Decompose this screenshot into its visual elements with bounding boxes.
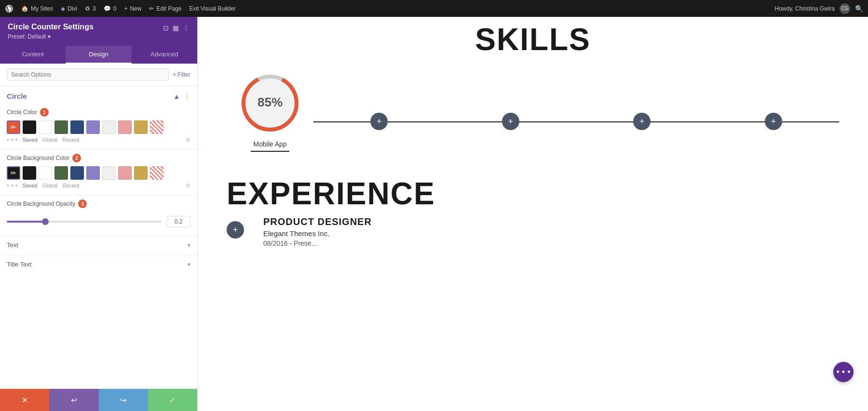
comments-zero-menu[interactable]: 💬 0	[104, 5, 117, 12]
dark-blue-swatch[interactable]	[70, 120, 84, 134]
global-label[interactable]: Global	[42, 137, 58, 143]
preset-chevron-icon: ▾	[48, 33, 51, 40]
light-pink-bg-swatch[interactable]	[118, 166, 132, 180]
circle-bg-color-badge: 2	[72, 154, 81, 162]
exit-builder-menu[interactable]: Exit Visual Builder	[189, 5, 236, 12]
add-column-1-button[interactable]: +	[370, 113, 388, 130]
comments-count: 3	[93, 5, 96, 12]
gold-bg-swatch[interactable]	[134, 166, 148, 180]
white-bg-swatch[interactable]	[39, 166, 52, 180]
panel-header: Circle Counter Settings ⊡ ▦ ⋮ Preset: De…	[0, 17, 197, 46]
comment-icon: 💬	[104, 5, 111, 12]
collapse-circle-button[interactable]: ▲	[173, 93, 180, 100]
panel-preset[interactable]: Preset: Default ▾	[8, 33, 190, 40]
gold-swatch[interactable]	[134, 120, 148, 134]
dark-green-bg-swatch[interactable]	[54, 166, 68, 180]
cancel-button[interactable]: ✕	[0, 389, 49, 411]
gear-icon[interactable]: ⚙	[186, 137, 190, 143]
circle-section-controls: ▲ ⋮	[173, 93, 190, 100]
add-column-3-button[interactable]: +	[633, 113, 651, 130]
add-row-button[interactable]: +	[227, 221, 244, 239]
light-gray-bg-swatch[interactable]	[102, 166, 116, 180]
experience-item: PRODUCT DESIGNER Elegant Themes Inc. 08/…	[263, 216, 839, 247]
circle-color-label: Circle Color 1	[7, 108, 190, 117]
edit-page-menu[interactable]: ✏ Edit Page	[149, 5, 181, 12]
light-gray-swatch[interactable]	[102, 120, 116, 134]
title-text-section-title: Title Text	[7, 261, 31, 268]
active-bg-color-swatch[interactable]: ✏	[7, 166, 20, 180]
add-column-2: +	[445, 89, 577, 135]
black-swatch[interactable]	[23, 120, 36, 134]
preset-label: Preset: Default	[8, 33, 46, 40]
counter-row: 85% Mobile App + +	[227, 67, 839, 161]
opacity-slider-track[interactable]	[7, 221, 162, 223]
saved-label[interactable]: Saved	[22, 137, 37, 143]
add-column-4-button[interactable]: +	[765, 113, 782, 130]
floating-menu-button[interactable]: • • •	[833, 362, 854, 382]
dark-green-swatch[interactable]	[54, 120, 68, 134]
experience-title: EXPERIENCE	[227, 157, 435, 221]
bg-gear-icon[interactable]: ⚙	[186, 183, 190, 189]
add-column-2-button[interactable]: +	[502, 113, 519, 130]
light-purple-bg-swatch[interactable]	[86, 166, 100, 180]
experience-row: + PRODUCT DESIGNER Elegant Themes Inc. 0…	[227, 216, 839, 257]
white-swatch[interactable]	[39, 120, 52, 134]
exp-job-title: PRODUCT DESIGNER	[263, 216, 839, 227]
wp-logo[interactable]	[5, 4, 14, 13]
bg-global-label[interactable]: Global	[42, 183, 58, 188]
bg-recent-label[interactable]: Recent	[62, 183, 79, 188]
skills-title: SKILLS	[475, 17, 591, 66]
my-sites-menu[interactable]: 🏠 My Sites	[21, 5, 53, 12]
divi-menu[interactable]: ◈ Divi	[61, 5, 77, 12]
right-content: SKILLS 85% Mo	[198, 17, 868, 411]
redo-button[interactable]: ↪	[99, 389, 148, 411]
bg-saved-label[interactable]: Saved	[22, 183, 37, 188]
circle-bg-color-meta: • • • Saved Global Recent ⚙	[7, 180, 190, 191]
light-pink-swatch[interactable]	[118, 120, 132, 134]
comments-menu[interactable]: ♻ 3	[85, 5, 96, 12]
tab-advanced[interactable]: Advanced	[132, 46, 197, 64]
admin-bar: 🏠 My Sites ◈ Divi ♻ 3 💬 0 + New ✏ Edit P…	[0, 0, 868, 17]
circle-color-setting: Circle Color 1 ✏ • • • Sa	[0, 104, 197, 149]
text-chevron-icon: ▾	[188, 242, 190, 249]
search-options-input[interactable]	[7, 68, 169, 81]
circle-color-meta: • • • Saved Global Recent ⚙	[7, 134, 190, 146]
bg-swatch-dots[interactable]: • • •	[7, 182, 17, 189]
panel-columns-icon[interactable]: ▦	[173, 24, 179, 32]
circle-bg-color-swatches: ✏	[7, 166, 190, 180]
tab-content[interactable]: Content	[0, 46, 66, 64]
text-section-title: Text	[7, 241, 18, 249]
recent-label[interactable]: Recent	[62, 137, 79, 143]
swatch-dots[interactable]: • • •	[7, 136, 17, 144]
undo-button[interactable]: ↩	[49, 389, 98, 411]
tab-design[interactable]: Design	[66, 46, 131, 64]
none-bg-swatch[interactable]	[150, 166, 163, 180]
circle-bg-opacity-label: Circle Background Opacity 3	[7, 199, 190, 208]
new-menu[interactable]: + New	[124, 5, 141, 12]
title-text-section[interactable]: Title Text ▾	[0, 254, 197, 274]
title-text-chevron-icon: ▾	[188, 261, 190, 268]
redo-icon: ↪	[120, 396, 126, 405]
text-section[interactable]: Text ▾	[0, 235, 197, 254]
none-swatch[interactable]	[150, 120, 163, 134]
black-bg-swatch[interactable]	[23, 166, 36, 180]
save-button[interactable]: ✓	[148, 389, 197, 411]
dark-blue-bg-swatch[interactable]	[70, 166, 84, 180]
circle-bg-color-label: Circle Background Color 2	[7, 154, 190, 162]
opacity-slider-thumb[interactable]	[42, 218, 49, 225]
exp-company: Elegant Themes Inc.	[263, 229, 839, 238]
panel-detach-icon[interactable]: ⊡	[163, 24, 169, 32]
search-icon-admin[interactable]: 🔍	[855, 5, 863, 13]
recycle-icon: ♻	[85, 5, 90, 12]
circle-bg-color-setting: Circle Background Color 2 ✏ • • •	[0, 150, 197, 195]
plus-icon: +	[124, 5, 127, 12]
filter-button[interactable]: + Filter	[173, 71, 190, 78]
circle-more-button[interactable]: ⋮	[184, 93, 190, 100]
undo-icon: ↩	[71, 396, 77, 405]
howdy-label: Howdy, Christina Gwira	[775, 5, 835, 12]
panel-more-icon[interactable]: ⋮	[183, 24, 190, 32]
light-purple-swatch[interactable]	[86, 120, 100, 134]
active-color-swatch[interactable]: ✏	[7, 120, 20, 134]
circle-color-badge: 1	[40, 108, 49, 117]
opacity-value-input[interactable]	[166, 216, 190, 227]
